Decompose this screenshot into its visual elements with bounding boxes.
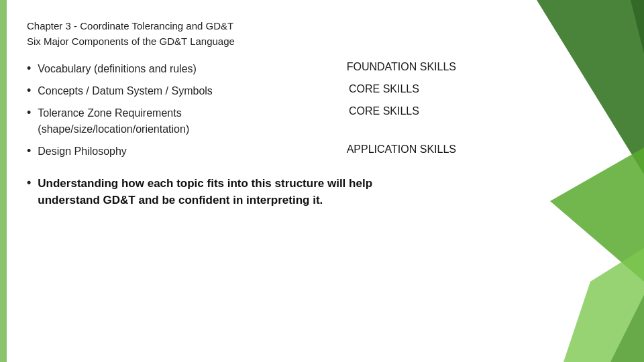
- title-block: Chapter 3 - Coordinate Tolerancing and G…: [27, 19, 456, 49]
- item-skill-3: CORE SKILLS: [322, 105, 456, 117]
- item-text-1: Vocabulary (definitions and rules): [38, 61, 319, 76]
- understanding-row: • Understanding how each topic fits into…: [27, 175, 456, 209]
- item-text-3: Tolerance Zone Requirements(shape/size/l…: [38, 105, 322, 136]
- bullet-main-3: Tolerance Zone Requirements(shape/size/l…: [38, 105, 456, 136]
- bullet-row-1: • Vocabulary (definitions and rules) FOU…: [27, 61, 456, 76]
- bullet-main-4: Design Philosophy APPLICATION SKILLS: [38, 143, 456, 159]
- understanding-section: • Understanding how each topic fits into…: [27, 175, 456, 209]
- title-line-1: Chapter 3 - Coordinate Tolerancing and G…: [27, 19, 456, 34]
- title-line-2: Six Major Components of the GD&T Languag…: [27, 34, 456, 50]
- bullet-row-3: • Tolerance Zone Requirements(shape/size…: [27, 105, 456, 136]
- bullet-dot-4: •: [27, 144, 31, 158]
- bullet-dot-3: •: [27, 106, 31, 120]
- slide-container: Chapter 3 - Coordinate Tolerancing and G…: [0, 0, 644, 362]
- understanding-bullet: •: [27, 176, 31, 190]
- bullet-row-2: • Concepts / Datum System / Symbols CORE…: [27, 83, 456, 99]
- item-text-4: Design Philosophy: [38, 143, 319, 159]
- understanding-text: Understanding how each topic fits into t…: [38, 175, 372, 209]
- bullet-dot-2: •: [27, 84, 31, 98]
- bullet-row-4: • Design Philosophy APPLICATION SKILLS: [27, 143, 456, 159]
- item-text-2: Concepts / Datum System / Symbols: [38, 83, 322, 99]
- bullet-dot-1: •: [27, 62, 31, 76]
- item-skill-2: CORE SKILLS: [322, 83, 456, 95]
- bullet-main-1: Vocabulary (definitions and rules) FOUND…: [38, 61, 456, 76]
- bullet-items-container: • Vocabulary (definitions and rules) FOU…: [27, 61, 456, 159]
- bullet-main-2: Concepts / Datum System / Symbols CORE S…: [38, 83, 456, 99]
- item-skill-1: FOUNDATION SKILLS: [320, 61, 456, 73]
- item-skill-4: APPLICATION SKILLS: [320, 143, 456, 156]
- slide-content: Chapter 3 - Coordinate Tolerancing and G…: [0, 0, 644, 228]
